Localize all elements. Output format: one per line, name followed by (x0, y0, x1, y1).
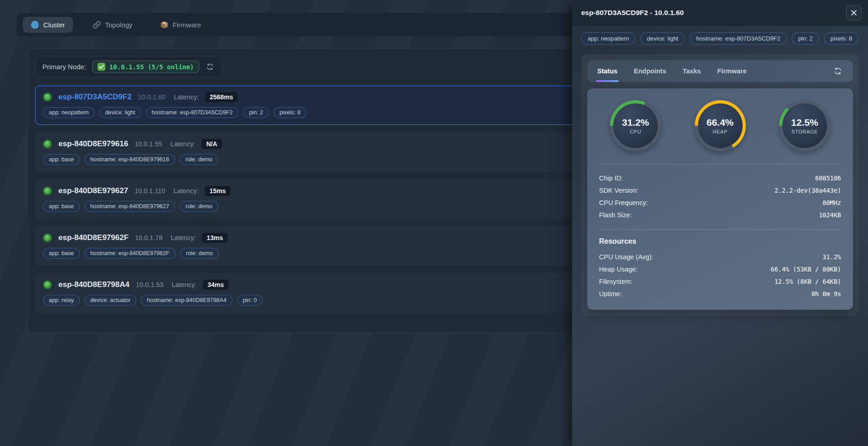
detail-tab-tasks[interactable]: Tasks (682, 60, 701, 82)
tag-pill: pin: 0 (237, 295, 263, 306)
detail-tab-status[interactable]: Status (597, 60, 617, 82)
tag-pill: app: base (43, 201, 80, 212)
online-status-icon (43, 233, 52, 242)
tag-pill: hostname: esp-807D3A5CD9F2 (690, 32, 787, 45)
close-icon (851, 10, 857, 16)
node-name: esp-840D8E9798A4 (58, 280, 129, 289)
info-row: Heap Usage: 66.4% (53KB / 80KB) (599, 263, 841, 275)
online-status-icon (43, 139, 52, 149)
info-row: Filesystem: 12.5% (8KB / 64KB) (599, 275, 841, 287)
node-ip: 10.0.1.110 (134, 187, 165, 195)
status-card: 31.2% CPU 66.4% HEAP 12.5% STORAGE Chip … (587, 88, 853, 310)
refresh-cluster-button[interactable] (205, 62, 215, 72)
info-row: Chip ID: 6085106 (599, 172, 841, 184)
info-row: Uptime: 0h 0m 9s (599, 287, 841, 300)
toolbar-tab-label: Topology (105, 21, 133, 29)
latency-value: N/A (202, 139, 222, 149)
gauge-value: 12.5% (791, 117, 818, 128)
tag-pill: role: demo (180, 201, 218, 212)
info-label: Uptime: (599, 290, 622, 297)
tag-pill: hostname: esp-840D8E979616 (84, 154, 175, 165)
latency-label: Latency: (171, 234, 196, 241)
node-name: esp-840D8E97962F (58, 233, 129, 242)
node-detail-panel: esp-807D3A5CD9F2 - 10.0.1.60 app: neopat… (572, 0, 868, 446)
check-icon (98, 63, 105, 71)
primary-node-bar: Primary Node: 10.0.1.55 (5/5 online) (35, 56, 222, 77)
tag-pill: device: actuator (84, 295, 136, 306)
toolbar-tab-cluster[interactable]: Cluster (23, 17, 73, 33)
link-icon (93, 21, 101, 29)
info-value: 0h 0m 9s (811, 290, 841, 297)
gauge-value: 31.2% (622, 117, 649, 128)
latency-value: 13ms (202, 233, 227, 243)
chip-info-rows: Chip ID: 6085106 SDK Version: 2.2.2-dev(… (599, 172, 841, 221)
info-label: CPU Frequency: (599, 199, 648, 206)
info-value: 2.2.2-dev(38a443e) (775, 187, 841, 194)
info-row: CPU Frequency: 80MHz (599, 196, 841, 209)
node-ip: 10.0.1.55 (134, 140, 162, 148)
tag-pill: pin: 2 (243, 107, 269, 118)
tag-pill: app: neopattern (43, 107, 95, 118)
online-status-icon (43, 280, 52, 289)
package-icon (160, 21, 169, 29)
tag-pill: hostname: esp-840D8E97962F (84, 248, 176, 259)
info-label: Flash Size: (599, 211, 632, 219)
online-status-icon (43, 186, 52, 195)
gauge-label: CPU (630, 129, 641, 134)
detail-panel-tags: app: neopatterndevice: lighthostname: es… (572, 26, 868, 45)
node-ip: 10.0.1.53 (136, 281, 163, 288)
node-ip: 10.0.1.60 (138, 93, 165, 101)
node-name: esp-840D8E979616 (58, 139, 128, 149)
tag-pill: device: light (99, 107, 141, 118)
latency-label: Latency: (171, 281, 196, 288)
tag-pill: pixels: 8 (824, 32, 859, 45)
tag-pill: app: base (43, 154, 80, 165)
divider (599, 229, 841, 230)
toolbar-tab-label: Cluster (43, 21, 65, 29)
gauge-cpu: 31.2% CPU (610, 100, 661, 151)
info-label: SDK Version: (599, 187, 638, 194)
primary-node-label: Primary Node: (42, 63, 86, 71)
toolbar-tab-label: Firmware (173, 21, 202, 29)
latency-value: 2568ms (205, 92, 238, 102)
resources-heading: Resources (599, 237, 841, 246)
refresh-icon (206, 63, 214, 71)
info-row: Flash Size: 1024KB (599, 209, 841, 221)
latency-value: 34ms (203, 280, 228, 290)
detail-tab-endpoints[interactable]: Endpoints (634, 60, 666, 82)
info-value: 12.5% (8KB / 64KB) (775, 278, 841, 285)
info-value: 6085106 (815, 174, 841, 182)
latency-label: Latency: (174, 187, 199, 195)
close-panel-button[interactable] (846, 5, 862, 21)
tag-pill: app: relay (43, 295, 80, 306)
gauge-heap: 66.4% HEAP (695, 100, 746, 151)
tag-pill: role: demo (180, 154, 218, 165)
node-ip: 10.0.1.78 (135, 234, 162, 241)
detail-tab-bar: StatusEndpointsTasksFirmware (587, 60, 853, 82)
tag-pill: role: demo (180, 248, 219, 259)
toolbar-tab-topology[interactable]: Topology (85, 17, 140, 33)
primary-node-badge: 10.0.1.55 (5/5 online) (92, 61, 199, 73)
toolbar-tab-firmware[interactable]: Firmware (152, 17, 209, 33)
tag-pill: hostname: esp-807D3A5CD9F2 (146, 107, 239, 118)
tag-pill: pin: 2 (792, 32, 819, 45)
info-value: 31.2% (822, 253, 841, 261)
refresh-status-button[interactable] (833, 66, 843, 76)
node-name: esp-840D8E979627 (58, 186, 128, 195)
divider (599, 164, 841, 164)
tag-pill: hostname: esp-840D8E979627 (84, 201, 175, 212)
gauges-row: 31.2% CPU 66.4% HEAP 12.5% STORAGE (599, 100, 841, 151)
detail-tabs: StatusEndpointsTasksFirmware (597, 60, 747, 82)
latency-value: 15ms (205, 186, 230, 196)
info-label: Heap Usage: (599, 266, 638, 273)
gauge-label: HEAP (713, 129, 727, 134)
toolbar-tabs: Cluster Topology Firmware (23, 17, 209, 33)
detail-tab-firmware[interactable]: Firmware (717, 60, 746, 82)
detail-panel-title: esp-807D3A5CD9F2 - 10.0.1.60 (581, 9, 684, 17)
globe-icon (31, 21, 39, 29)
latency-label: Latency: (170, 140, 196, 148)
detail-panel-header: esp-807D3A5CD9F2 - 10.0.1.60 (572, 0, 868, 26)
gauge-label: STORAGE (791, 129, 818, 134)
info-value: 66.4% (53KB / 80KB) (771, 266, 841, 273)
tag-pill: device: light (641, 32, 685, 45)
